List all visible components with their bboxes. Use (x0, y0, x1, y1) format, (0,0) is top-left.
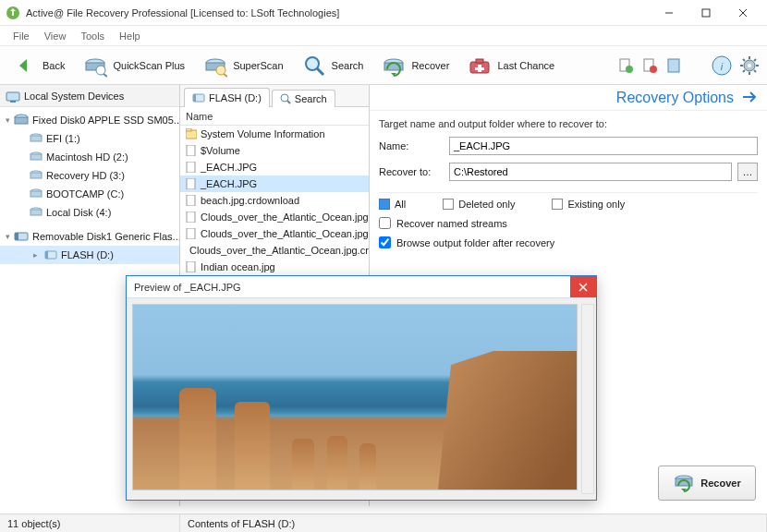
filter-deleted[interactable]: Deleted only (443, 199, 515, 210)
tree-vol[interactable]: Local Disk (4:) (0, 203, 179, 222)
file-row[interactable]: beach.jpg.crdownload (180, 192, 369, 209)
svg-line-12 (224, 74, 227, 77)
svg-line-59 (287, 101, 290, 103)
svg-line-35 (754, 59, 756, 61)
preview-body (127, 298, 596, 500)
svg-rect-41 (15, 117, 28, 124)
svg-point-22 (626, 66, 633, 73)
filter-all[interactable]: All (379, 199, 406, 210)
preview-scrollbar[interactable] (581, 304, 594, 494)
info-icon[interactable]: i (712, 55, 732, 76)
preview-title-bar[interactable]: Preview of _EACH.JPG (127, 276, 596, 298)
tab-search[interactable]: Search (272, 90, 335, 107)
tree-disk0[interactable]: ▾ Fixed Disk0 APPLE SSD SM05... (0, 111, 179, 129)
doc-check-icon[interactable] (617, 57, 634, 74)
file-row[interactable]: Indian ocean.jpg (180, 259, 369, 275)
svg-line-14 (317, 68, 323, 75)
file-row[interactable]: $Volume (180, 142, 369, 159)
recover-action-button[interactable]: Recover (658, 466, 756, 501)
tab-flash[interactable]: FLASH (D:) (184, 88, 270, 107)
gear-icon[interactable] (739, 55, 760, 76)
svg-rect-39 (10, 101, 16, 103)
menu-file[interactable]: File (6, 29, 37, 43)
recover-to-input[interactable] (449, 163, 732, 181)
doc-blue-icon[interactable] (665, 57, 682, 74)
file-row[interactable]: Clouds_over_the_Atlantic_Ocean.jpg.crdow… (180, 242, 369, 259)
recover-icon (382, 54, 406, 78)
preview-close-button[interactable] (570, 276, 596, 297)
svg-rect-38 (6, 92, 19, 101)
preview-title: Preview of _EACH.JPG (134, 282, 241, 293)
svg-line-36 (743, 70, 745, 72)
arrow-right-icon[interactable] (741, 91, 758, 105)
search-label: Search (332, 60, 364, 71)
file-row[interactable]: _EACH.JPG (180, 159, 369, 175)
collapse-icon[interactable]: ▾ (6, 115, 10, 125)
svg-rect-47 (30, 173, 42, 178)
quickscan-label: QuickScan Plus (113, 60, 185, 71)
svg-rect-66 (187, 212, 195, 223)
recover-action-icon (673, 471, 695, 495)
tree-vol[interactable]: Macintosh HD (2:) (0, 148, 179, 166)
svg-point-24 (650, 66, 657, 73)
maximize-button[interactable] (688, 1, 724, 25)
svg-rect-64 (187, 178, 195, 189)
app-icon (6, 6, 20, 20)
superscan-label: SuperScan (233, 60, 283, 71)
search-button[interactable]: Search (295, 51, 371, 80)
filelist-header[interactable]: Name (180, 107, 369, 126)
briefcase-plus-icon (468, 54, 492, 78)
preview-image (132, 304, 578, 490)
recovery-hint: Target name and output folder where to r… (379, 118, 758, 129)
filter-existing[interactable]: Existing only (552, 199, 625, 210)
square-icon (552, 199, 563, 210)
lastchance-label: Last Chance (497, 60, 554, 71)
svg-rect-55 (45, 251, 48, 259)
menu-view[interactable]: View (37, 29, 74, 43)
collapse-icon[interactable]: ▾ (6, 232, 10, 241)
superscan-button[interactable]: SuperScan (196, 51, 290, 80)
svg-rect-61 (186, 128, 191, 131)
recover-button[interactable]: Recover (374, 51, 457, 80)
browse-button[interactable]: … (737, 163, 758, 181)
tree-disk1[interactable]: ▾ Removable Disk1 Generic Flas... (0, 227, 179, 246)
tree-vol[interactable]: BOOTCAMP (C:) (0, 185, 179, 203)
chk-named-streams[interactable] (379, 217, 391, 229)
recovery-options-title: Recovery Options (616, 90, 734, 106)
close-button[interactable] (724, 1, 761, 25)
file-row[interactable]: System Volume Information (180, 126, 369, 142)
menu-tools[interactable]: Tools (73, 29, 112, 43)
toolbar: Back QuickScan Plus SuperScan Search Rec… (0, 46, 767, 85)
file-row-selected[interactable]: _EACH.JPG (180, 175, 369, 192)
back-button[interactable]: Back (6, 51, 72, 80)
svg-rect-57 (193, 94, 196, 102)
chk-browse-after[interactable] (379, 236, 391, 248)
tab-flash-label: FLASH (D:) (209, 92, 262, 103)
recover-label: Recover (411, 60, 449, 71)
lastchance-button[interactable]: Last Chance (460, 51, 562, 80)
preview-window[interactable]: Preview of _EACH.JPG (126, 275, 597, 501)
svg-rect-20 (475, 67, 484, 70)
doc-delete-icon[interactable] (641, 57, 658, 74)
search-icon (302, 54, 326, 78)
quickscan-button[interactable]: QuickScan Plus (76, 51, 192, 80)
file-row[interactable]: Clouds_over_the_Atlantic_Ocean.jpg (180, 209, 369, 225)
tree-vol[interactable]: EFI (1:) (0, 129, 179, 148)
tree-vol[interactable]: Recovery HD (3:) (0, 166, 179, 185)
menu-help[interactable]: Help (112, 29, 148, 43)
title-bar: Active@ File Recovery Professional [Lice… (0, 0, 767, 26)
minimize-button[interactable] (651, 1, 688, 25)
file-row[interactable]: Clouds_over_the_Atlantic_Ocean.jpg (180, 225, 369, 242)
svg-rect-45 (30, 154, 42, 160)
expand-icon[interactable]: ▸ (30, 250, 41, 260)
back-label: Back (43, 60, 65, 71)
tree-disk1-label: Removable Disk1 Generic Flas... (32, 231, 179, 242)
name-input[interactable] (449, 137, 758, 155)
recover-action-label: Recover (700, 478, 740, 489)
recover-to-label: Recover to: (379, 166, 444, 177)
svg-line-8 (103, 74, 107, 77)
tree-vol-flash[interactable]: ▸ FLASH (D:) (0, 246, 179, 264)
drive-superscan-icon (203, 54, 227, 78)
tree-disk0-label: Fixed Disk0 APPLE SSD SM05... (32, 115, 179, 126)
svg-rect-18 (476, 59, 483, 63)
